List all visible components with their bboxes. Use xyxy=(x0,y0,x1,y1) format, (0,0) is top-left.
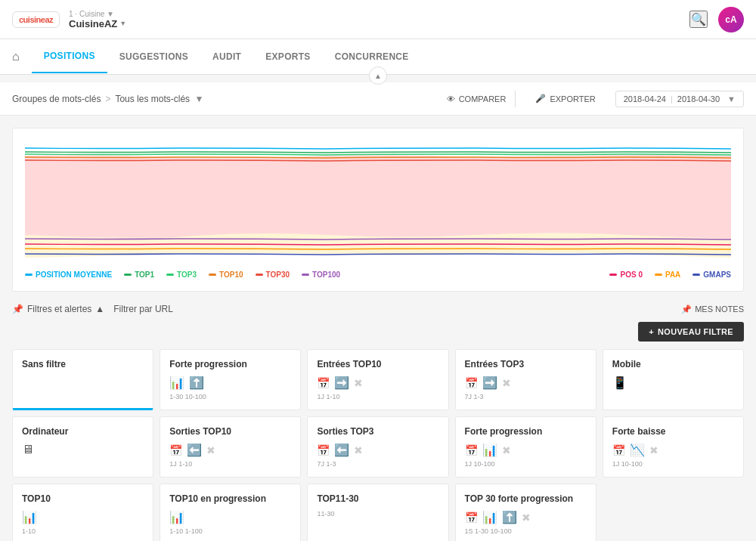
toolbar: Groupes de mots-clés > Tous les mots-clé… xyxy=(0,82,756,116)
card-icons-top10: 📊 xyxy=(22,510,144,524)
filter-url-button[interactable]: Filtrer par URL xyxy=(113,304,173,314)
legend-top1[interactable]: TOP1 xyxy=(124,270,154,279)
legend-pos0[interactable]: POS 0 xyxy=(609,270,642,279)
disabled-icon: ✖ xyxy=(354,377,363,389)
filter-card-sorties-top3[interactable]: Sorties TOP3📅⬅️✖7J 1-3 xyxy=(307,416,448,478)
nav-item-positions[interactable]: POSITIONS xyxy=(32,40,107,73)
card-icons-mobile: 📱 xyxy=(612,376,734,390)
filters-alerts-button[interactable]: 📌 Filtres et alertes ▲ xyxy=(12,304,104,314)
legend-label-top100: TOP100 xyxy=(312,270,340,279)
arrow-right-icon: ➡️ xyxy=(334,376,349,390)
nav-home-icon[interactable]: ⌂ xyxy=(12,39,32,74)
export-icon: 🎤 xyxy=(535,94,546,104)
breadcrumb-dropdown-arrow[interactable]: ▼ xyxy=(194,94,203,104)
card-title-sorties-top10: Sorties TOP10 xyxy=(169,426,291,437)
legend-paa[interactable]: PAA xyxy=(655,270,680,279)
chart-line-position-moyenne xyxy=(25,148,731,149)
card-icons-sorties-top10: 📅⬅️✖ xyxy=(169,443,291,457)
filter-url-label: Filtrer par URL xyxy=(113,304,173,314)
filters-dropdown-icon: ▲ xyxy=(95,304,104,314)
legend-dot-gmaps xyxy=(692,274,700,276)
date-dropdown-arrow: ▼ xyxy=(727,94,736,104)
card-meta-forte-progression: 1-30 10-100 xyxy=(169,393,291,400)
filter-card-top10[interactable]: TOP10📊1-10 xyxy=(12,484,153,541)
chart-line-top1 xyxy=(25,152,731,153)
brand-dropdown-arrow[interactable]: ▼ xyxy=(119,20,126,27)
breadcrumb-nav: Groupes de mots-clés > Tous les mots-clé… xyxy=(12,94,203,104)
legend-label-top30: TOP30 xyxy=(266,270,290,279)
date-from: 2018-04-24 xyxy=(624,94,666,104)
filter-card-entrees-top10[interactable]: Entrées TOP10📅➡️✖1J 1-10 xyxy=(307,349,448,410)
breadcrumb-root[interactable]: Groupes de mots-clés xyxy=(12,94,101,104)
filter-card-forte-progression[interactable]: Forte progression📊⬆️1-30 10-100 xyxy=(160,349,301,410)
new-filter-label: NOUVEAU FILTRE xyxy=(658,327,733,336)
date-range-picker[interactable]: 2018-04-24 | 2018-04-30 ▼ xyxy=(615,91,744,107)
filter-card-top30-forte-progression[interactable]: TOP 30 forte progression📅📊⬆️✖1S 1-30 10-… xyxy=(455,484,596,541)
filter-card-forte-baisse[interactable]: Forte baisse📅📉✖1J 10-100 xyxy=(603,416,744,478)
filter-card-top10-progression[interactable]: TOP10 en progression📊1-10 1-100 xyxy=(160,484,301,541)
filter-card-ordinateur[interactable]: Ordinateur🖥 xyxy=(12,416,153,478)
nav-item-audit[interactable]: AUDIT xyxy=(200,41,253,73)
avatar[interactable]: cA xyxy=(718,7,744,32)
card-icons-top10-progression: 📊 xyxy=(169,510,291,524)
nav-item-suggestions[interactable]: SUGGESTIONS xyxy=(107,41,200,73)
filter-card-sans-filtre[interactable]: Sans filtre xyxy=(12,349,153,410)
card-icons-forte-progression-2: 📅📊✖ xyxy=(465,443,587,457)
filter-card-sorties-top10[interactable]: Sorties TOP10📅⬅️✖1J 1-10 xyxy=(160,416,301,478)
legend-top30[interactable]: TOP30 xyxy=(256,270,290,279)
new-filter-button[interactable]: + NOUVEAU FILTRE xyxy=(638,322,744,342)
compare-button[interactable]: 👁 COMPARER xyxy=(438,91,516,107)
arrow-up-icon: ⬆️ xyxy=(189,376,204,390)
legend-position-moyenne[interactable]: POSITION MOYENNE xyxy=(25,270,112,279)
calendar-icon: 📅 xyxy=(465,444,478,456)
nav-collapse-button[interactable]: ▲ xyxy=(369,66,387,85)
mobile-icon: 📱 xyxy=(612,376,627,390)
legend-dot-top1 xyxy=(124,274,132,276)
card-meta-sorties-top3: 7J 1-3 xyxy=(317,460,438,468)
breadcrumb-top[interactable]: 1 · Cuisine ▼ xyxy=(69,10,126,18)
legend-label-paa: PAA xyxy=(665,270,680,279)
nav-label-concurrence: CONCURRENCE xyxy=(335,51,409,62)
bar-chart-icon: 📊 xyxy=(22,510,37,524)
card-meta-top11-30: 11-30 xyxy=(317,510,438,518)
filter-left: 📌 Filtres et alertes ▲ Filtrer par URL xyxy=(12,304,173,314)
disabled-icon: ✖ xyxy=(354,444,363,456)
filter-card-mobile[interactable]: Mobile📱 xyxy=(603,349,744,410)
nav-item-exports[interactable]: EXPORTS xyxy=(253,41,322,73)
legend-top10[interactable]: TOP10 xyxy=(209,270,243,279)
notes-label: MES NOTES xyxy=(695,305,744,314)
search-button[interactable]: 🔍 xyxy=(689,11,708,28)
legend-dot-top10 xyxy=(209,274,216,276)
card-title-sans-filtre: Sans filtre xyxy=(22,359,144,369)
date-separator: | xyxy=(671,94,673,104)
legend-dot-position xyxy=(25,274,33,276)
card-title-top10-progression: TOP10 en progression xyxy=(169,493,291,504)
notes-pin-icon: 📌 xyxy=(681,305,692,314)
nav: ⌂ POSITIONS SUGGESTIONS AUDIT EXPORTS CO… xyxy=(0,39,756,75)
disabled-icon: ✖ xyxy=(649,444,658,456)
card-meta-forte-progression-2: 1J 10-100 xyxy=(465,460,587,468)
legend-top100[interactable]: TOP100 xyxy=(302,270,340,279)
logo[interactable]: cuisineaz xyxy=(12,11,60,28)
bar-chart-icon: 📊 xyxy=(169,510,184,524)
filter-card-entrees-top3[interactable]: Entrées TOP3📅➡️✖7J 1-3 xyxy=(455,349,596,410)
legend-gmaps[interactable]: GMAPS xyxy=(692,270,731,279)
card-title-top30-forte-progression: TOP 30 forte progression xyxy=(465,493,587,504)
compare-label: COMPARER xyxy=(459,94,507,104)
mes-notes-button[interactable]: 📌 MES NOTES xyxy=(681,305,744,314)
card-title-mobile: Mobile xyxy=(612,359,734,369)
legend-dot-top3 xyxy=(166,274,174,276)
filter-card-top11-30[interactable]: TOP11-3011-30 xyxy=(307,484,448,541)
header: cuisineaz 1 · Cuisine ▼ CuisineAZ ▼ 🔍 cA xyxy=(0,0,756,39)
card-title-top11-30: TOP11-30 xyxy=(317,493,438,504)
filter-section: 📌 Filtres et alertes ▲ Filtrer par URL 📌… xyxy=(12,304,744,314)
legend-top3[interactable]: TOP3 xyxy=(166,270,197,279)
export-button[interactable]: 🎤 EXPORTER xyxy=(526,90,604,107)
card-title-top10: TOP10 xyxy=(22,493,144,504)
toolbar-right: 👁 COMPARER 🎤 EXPORTER 2018-04-24 | 2018-… xyxy=(438,90,744,107)
card-meta-top30-forte-progression: 1S 1-30 10-100 xyxy=(465,527,587,535)
legend-label-position: POSITION MOYENNE xyxy=(36,270,112,279)
legend-dot-top100 xyxy=(302,274,309,276)
disabled-icon: ✖ xyxy=(502,444,511,456)
filter-card-forte-progression-2[interactable]: Forte progression📅📊✖1J 10-100 xyxy=(455,416,596,478)
